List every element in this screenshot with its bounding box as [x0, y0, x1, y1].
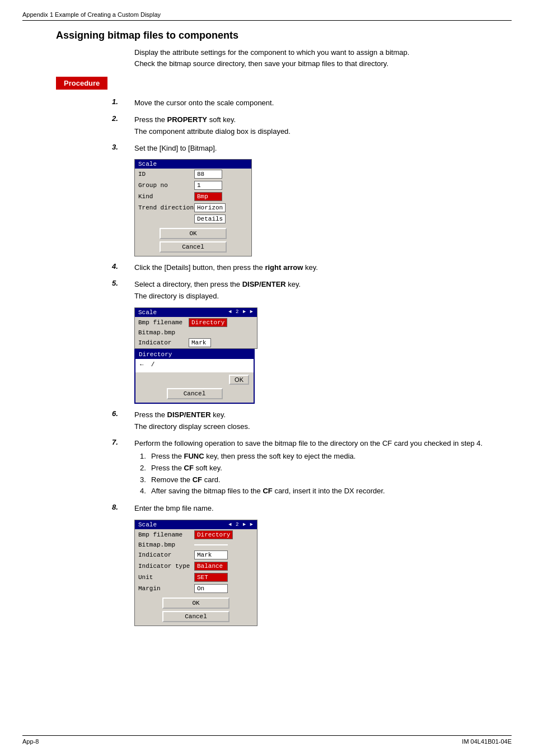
dir-cancel-row: Cancel: [135, 386, 254, 403]
dialog3-title: Scale: [138, 521, 157, 528]
procedure-label: Procedure: [64, 79, 100, 87]
dialog3-row-unit: Unit SET: [135, 572, 257, 583]
step-5-text: Select a directory, then press the DISP/…: [134, 279, 512, 290]
dialog3-row-indicator-type: Indicator type Balance: [135, 561, 257, 572]
step-7-number: 7.: [112, 438, 118, 446]
procedure-box: Procedure: [56, 77, 107, 90]
step-7-text: Perform the following operation to save …: [134, 438, 512, 449]
step-1-number: 1.: [112, 97, 118, 106]
intro-text: Display the attribute settings for the c…: [134, 47, 512, 69]
step-3-text: Set the [Kind] to [Bitmap].: [134, 143, 512, 154]
step-5-number: 5.: [112, 279, 118, 287]
dialog2-row-bmp: Bmp filename Directory: [135, 317, 257, 328]
dir-overlay-title: Directory: [135, 350, 254, 359]
step-4-text: Click the [Details] button, then press t…: [134, 262, 512, 273]
dir-overlay: Directory ← / OK Cancel: [134, 349, 255, 404]
scale-top: Scale ◄ 2 ► ► Bmp filename Directory Bit…: [134, 307, 257, 349]
dir-overlay-body: ← /: [135, 359, 254, 372]
dialog1-ok-button[interactable]: OK: [160, 228, 227, 239]
dialog1-titlebar: Scale: [135, 160, 251, 169]
dir-path: ← /: [140, 361, 154, 368]
appendix-header: Appendix 1 Example of Creating a Custom …: [22, 11, 512, 21]
dialog-scale3: Scale ◄ 2 ► ► Bmp filename Directory Bit…: [134, 520, 512, 626]
dialog3-row-bmp: Bmp filename Directory: [135, 529, 257, 540]
dialog2-row-indicator: Indicator Mark: [135, 337, 257, 348]
step-2-text: Press the PROPERTY soft key.: [134, 114, 512, 125]
step-5: 5. Select a directory, then press the DI…: [134, 279, 512, 302]
appendix-header-text: Appendix 1 Example of Creating a Custom …: [22, 11, 161, 18]
section-title: Assigning bitmap files to components: [56, 30, 512, 41]
dir-ok-row: OK: [135, 372, 254, 386]
intro-line2: Check the bitmap source directory, then …: [134, 58, 512, 69]
dialog3-titlebar: Scale ◄ 2 ► ►: [135, 520, 257, 529]
step-3-number: 3.: [112, 143, 118, 151]
section-title-text: Assigning bitmap files to components: [56, 30, 238, 41]
dialog1-row-id: ID 88: [135, 169, 251, 180]
dialog2-title: Scale: [138, 309, 157, 316]
dir-ok-button[interactable]: OK: [229, 375, 249, 385]
dialog1-title: Scale: [138, 161, 157, 167]
dialog2-dots: ◄ 2 ► ►: [228, 309, 254, 316]
step-6: 6. Press the DISP/ENTER key. The directo…: [134, 409, 512, 432]
footer-left: App-8: [22, 738, 39, 745]
page-container: Appendix 1 Example of Creating a Custom …: [0, 0, 534, 654]
step-8: 8. Enter the bmp file name.: [134, 503, 512, 514]
dialog3-row-margin: Margin On: [135, 583, 257, 594]
step-4: 4. Click the [Details] button, then pres…: [134, 262, 512, 273]
step-2-subtext: The component attribute dialog box is di…: [134, 126, 512, 137]
page-footer: App-8 IM 04L41B01-04E: [22, 735, 512, 745]
dialog1-row-details: Details: [135, 213, 251, 225]
dialog1-row-kind: Kind Bmp: [135, 191, 251, 202]
step-6-subtext: The directory display screen closes.: [134, 421, 512, 432]
step-5-subtext: The directory is displayed.: [134, 291, 512, 302]
dialog3-ok-button[interactable]: OK: [162, 598, 229, 609]
substep-7-3: Remove the CF card.: [140, 474, 512, 486]
step-8-text: Enter the bmp file name.: [134, 503, 512, 514]
step-7-substeps: Press the FUNC key, then press the soft …: [140, 451, 512, 497]
steps-container: 1. Move the cursor onto the scale compon…: [134, 97, 512, 626]
dialog3-row-indicator: Indicator Mark: [135, 549, 257, 561]
footer-right: IM 04L41B01-04E: [462, 738, 512, 745]
step-2-number: 2.: [112, 114, 118, 123]
dir-cancel-button[interactable]: Cancel: [167, 388, 223, 399]
substep-7-1: Press the FUNC key, then press the soft …: [140, 451, 512, 463]
dialog1-row-trend: Trend direction Horizon: [135, 202, 251, 213]
step-7: 7. Perform the following operation to sa…: [134, 438, 512, 498]
substep-7-2: Press the CF soft key.: [140, 463, 512, 474]
dialog1-cancel-button[interactable]: Cancel: [160, 241, 227, 253]
dialog2-titlebar: Scale ◄ 2 ► ►: [135, 308, 257, 317]
substep-7-4: After saving the bitmap files to the CF …: [140, 486, 512, 497]
dialog3-buttons: OK Cancel: [135, 594, 257, 626]
dialog-scale2-with-dir: Scale ◄ 2 ► ► Bmp filename Directory Bit…: [134, 307, 512, 404]
step-2: 2. Press the PROPERTY soft key. The comp…: [134, 114, 512, 137]
step-3: 3. Set the [Kind] to [Bitmap].: [134, 143, 512, 154]
step-6-number: 6.: [112, 409, 118, 418]
dialog3-cancel-button[interactable]: Cancel: [162, 611, 229, 622]
dialog2-row-bitmap: Bitmap.bmp: [135, 328, 257, 337]
dialog1-buttons: OK Cancel: [135, 225, 251, 256]
step-1: 1. Move the cursor onto the scale compon…: [134, 97, 512, 109]
intro-line1: Display the attribute settings for the c…: [134, 47, 512, 58]
step-8-number: 8.: [112, 503, 118, 511]
dialog3-row-bitmap: Bitmap.bmp: [135, 540, 257, 549]
step-1-text: Move the cursor onto the scale component…: [134, 97, 512, 109]
dialog1-row-group: Group no 1: [135, 180, 251, 191]
step-6-text: Press the DISP/ENTER key.: [134, 409, 512, 421]
dialog-scale1: Scale ID 88 Group no 1 Kind Bmp Trend di…: [134, 159, 512, 256]
dialog3-dots: ◄ 2 ► ►: [228, 522, 254, 528]
step-4-number: 4.: [112, 262, 118, 270]
